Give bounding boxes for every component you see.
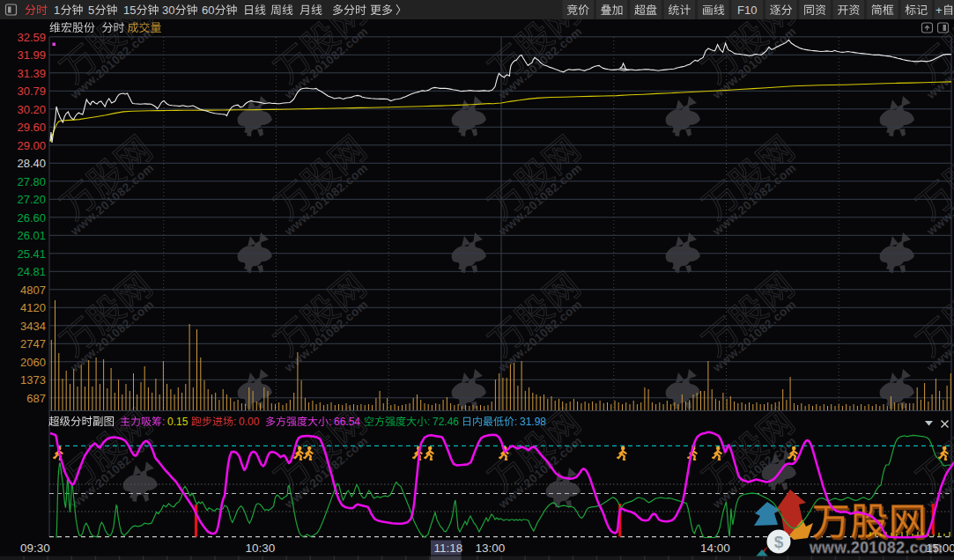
svg-text:4120: 4120 <box>20 301 46 314</box>
svg-text:25.41: 25.41 <box>17 247 46 261</box>
svg-text:1373: 1373 <box>20 373 46 387</box>
svg-text::: : <box>514 416 517 428</box>
svg-text:11:18: 11:18 <box>434 542 463 555</box>
svg-text:28.40: 28.40 <box>17 157 46 170</box>
svg-text:30.79: 30.79 <box>17 85 46 98</box>
svg-text:66.54: 66.54 <box>334 416 360 428</box>
svg-text:30: 30 <box>162 4 174 17</box>
svg-text:4807: 4807 <box>20 284 46 297</box>
svg-text:24.81: 24.81 <box>17 265 46 278</box>
svg-text:26.60: 26.60 <box>17 211 46 225</box>
svg-text:32.59: 32.59 <box>17 31 46 44</box>
svg-text:29.60: 29.60 <box>17 121 46 134</box>
svg-text:60: 60 <box>202 4 214 17</box>
svg-text:15:00: 15:00 <box>926 542 954 555</box>
svg-text:687: 687 <box>26 392 46 405</box>
svg-text:14:00: 14:00 <box>700 542 730 555</box>
svg-text:31.98: 31.98 <box>520 416 546 428</box>
svg-text:F10: F10 <box>737 4 757 17</box>
svg-text:26.01: 26.01 <box>17 229 46 242</box>
svg-text:31.99: 31.99 <box>17 48 46 62</box>
svg-text:1: 1 <box>54 4 60 17</box>
svg-text:2747: 2747 <box>20 337 46 350</box>
svg-text::: : <box>233 416 236 428</box>
svg-text:27.80: 27.80 <box>17 175 46 188</box>
svg-text:27.20: 27.20 <box>17 193 46 206</box>
svg-text::: : <box>329 416 331 428</box>
svg-text:10:30: 10:30 <box>246 542 276 555</box>
svg-text::: : <box>162 416 165 428</box>
svg-text:+: + <box>936 4 943 17</box>
svg-text:29.00: 29.00 <box>17 139 46 152</box>
svg-text:www.201082.com: www.201082.com <box>809 539 943 556</box>
svg-text:15: 15 <box>123 4 136 17</box>
svg-text:$: $ <box>774 533 784 551</box>
svg-text:0.15: 0.15 <box>167 416 189 428</box>
svg-text:09:30: 09:30 <box>20 542 50 555</box>
svg-text::: : <box>427 416 430 428</box>
svg-text:0.00: 0.00 <box>239 416 260 428</box>
svg-text:72.46: 72.46 <box>433 416 459 428</box>
svg-text:13:00: 13:00 <box>476 542 506 555</box>
svg-text:3434: 3434 <box>20 320 46 333</box>
svg-text:30.20: 30.20 <box>17 103 46 116</box>
svg-text:5: 5 <box>88 4 94 17</box>
svg-text:31.39: 31.39 <box>17 67 46 80</box>
svg-text:2060: 2060 <box>20 356 46 369</box>
